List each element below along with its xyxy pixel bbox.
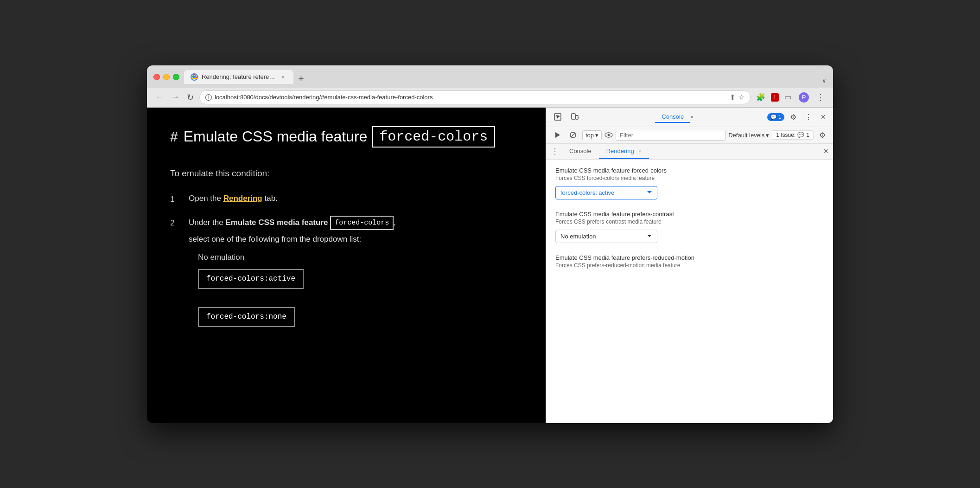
chat-icon: 💬: [770, 114, 777, 120]
devtools-panel: Console » 💬 1 ⚙ ⋮ ×: [546, 108, 833, 423]
page-title: Emulate CSS media feature forced-colors: [184, 126, 496, 148]
new-tab-button[interactable]: +: [294, 74, 308, 84]
page-body: To emulate this condition: 1 Open the Re…: [170, 166, 522, 332]
step2-text-after: ,: [394, 218, 396, 227]
levels-label: Default levels: [728, 132, 764, 139]
profile-avatar: P: [799, 92, 809, 103]
title-bar-top: Rendering: feature reference - × + ∨: [153, 70, 827, 84]
forced-colors-section: Emulate CSS media feature forced-colors …: [555, 167, 824, 199]
profile-btn[interactable]: P: [797, 90, 811, 104]
tabs-row: Rendering: feature reference - × + ∨: [184, 70, 827, 84]
traffic-light-yellow[interactable]: [163, 74, 170, 80]
drawer-close-btn[interactable]: ×: [823, 147, 828, 156]
rendering-tab-close-btn[interactable]: ×: [638, 148, 641, 154]
rendering-panel-content: Emulate CSS media feature forced-colors …: [546, 160, 833, 423]
drawer-dots-btn[interactable]: ⋮: [551, 146, 559, 156]
step-number-2: 2: [170, 217, 178, 230]
chat-icon-small: 💬: [797, 132, 804, 138]
reload-button[interactable]: ↻: [185, 91, 196, 103]
devtools-toolbar: Console » 💬 1 ⚙ ⋮ ×: [546, 108, 833, 127]
instructions-title: To emulate this condition:: [170, 166, 522, 181]
extensions-icon-btn[interactable]: 🧩: [754, 91, 767, 103]
devtools-settings-btn[interactable]: ⚙: [787, 111, 799, 123]
inspect-icon: [554, 113, 562, 121]
tab-expand-btn[interactable]: ∨: [822, 77, 827, 84]
step2-bold: Emulate CSS media feature: [225, 218, 330, 227]
tab-close-btn[interactable]: ×: [280, 73, 287, 81]
traffic-lights: [153, 74, 179, 80]
issues-count: 1: [806, 132, 809, 138]
rendering-link-text: Rendering: [223, 194, 262, 203]
devtools-more-btn[interactable]: ⋮: [802, 111, 815, 123]
devtools-close-btn[interactable]: ×: [818, 110, 828, 124]
browser-menu-btn[interactable]: ⋮: [815, 90, 827, 104]
prefers-reduced-motion-title: Emulate CSS media feature prefers-reduce…: [555, 254, 824, 261]
svg-rect-4: [576, 116, 578, 119]
star-icon[interactable]: ☆: [738, 93, 745, 102]
step2-no-emulation: No emulation: [198, 251, 396, 264]
traffic-light-green[interactable]: [173, 74, 179, 80]
dropdown-item-none: forced-colors:none: [198, 307, 295, 327]
prefers-contrast-select[interactable]: No emulation prefers-contrast: forced pr…: [555, 230, 657, 243]
clear-console-btn[interactable]: [551, 129, 564, 141]
address-bar: ← → ↻ i localhost:8080/docs/devtools/ren…: [147, 88, 833, 108]
console-clear-btn[interactable]: [566, 129, 579, 141]
share-icon[interactable]: ⬆: [730, 93, 736, 102]
eye-icon: [605, 132, 613, 138]
step2-subtext: select one of the following from the dro…: [189, 233, 396, 246]
dt-badge-count: 1: [778, 114, 781, 120]
console-toolbar: top ▾ Default levels ▾ 1 Issue: 💬 1 ⚙: [546, 127, 833, 144]
back-button[interactable]: ←: [153, 91, 165, 103]
forced-colors-select[interactable]: forced-colors: active No emulation force…: [555, 186, 657, 199]
svg-rect-3: [572, 114, 575, 119]
block-icon: [569, 131, 577, 139]
devtools-tabs-more[interactable]: »: [690, 114, 694, 120]
rendering-tab-link[interactable]: Rendering: [223, 194, 262, 203]
info-icon: i: [205, 94, 212, 101]
console-eye-btn[interactable]: [605, 132, 613, 138]
dt-messages-badge: 💬 1: [767, 113, 784, 121]
address-bar-input-wrap[interactable]: i localhost:8080/docs/devtools/rendering…: [199, 90, 751, 104]
page-content: # Emulate CSS media feature forced-color…: [147, 108, 546, 423]
address-text: localhost:8080/docs/devtools/rendering/#…: [215, 94, 724, 101]
prefers-contrast-title: Emulate CSS media feature prefers-contra…: [555, 211, 824, 218]
heading-prefix: Emulate CSS media feature: [184, 128, 368, 145]
inspect-element-btn[interactable]: [551, 111, 565, 123]
play-icon: [554, 131, 561, 139]
issues-badge[interactable]: 1 Issue: 💬 1: [772, 130, 814, 140]
step1-text-after: tab.: [262, 194, 278, 203]
step-number-1: 1: [170, 193, 178, 206]
lit-extension-btn[interactable]: L: [771, 93, 779, 102]
drawer-tab-console[interactable]: Console: [562, 144, 599, 159]
forced-colors-title: Emulate CSS media feature forced-colors: [555, 167, 824, 174]
context-chevron: ▾: [595, 132, 598, 139]
svg-marker-5: [555, 132, 560, 138]
title-bar: Rendering: feature reference - × + ∨: [147, 65, 833, 88]
hash-icon: #: [170, 129, 178, 145]
issues-label: 1 Issue:: [776, 132, 795, 138]
instruction-item-1: 1 Open the Rendering tab.: [170, 192, 522, 206]
prefers-reduced-motion-section: Emulate CSS media feature prefers-reduce…: [555, 254, 824, 269]
tab-title: Rendering: feature reference -: [202, 73, 276, 80]
default-levels-btn[interactable]: Default levels ▾: [728, 132, 769, 139]
step-content-2: Under the Emulate CSS media feature forc…: [189, 216, 396, 332]
forward-button[interactable]: →: [169, 91, 181, 103]
console-filter-input[interactable]: [616, 130, 725, 141]
levels-chevron: ▾: [766, 132, 769, 139]
heading-code: forced-colors: [372, 126, 495, 148]
step1-text-before: Open the: [189, 194, 223, 203]
devtools-tab-console[interactable]: Console: [655, 111, 690, 123]
device-toggle-btn[interactable]: [567, 111, 581, 123]
address-icons: ⬆ ☆: [730, 93, 745, 102]
window-toggle-btn[interactable]: ▭: [783, 91, 793, 103]
context-selector[interactable]: top ▾: [582, 130, 602, 140]
drawer-tab-rendering[interactable]: Rendering ×: [599, 144, 649, 159]
instruction-list: 1 Open the Rendering tab. 2 Under the Em…: [170, 192, 522, 332]
console-settings-btn[interactable]: ⚙: [816, 129, 828, 141]
step-content-1: Open the Rendering tab.: [189, 192, 278, 205]
traffic-light-red[interactable]: [153, 74, 160, 80]
context-label: top: [585, 132, 594, 139]
active-tab[interactable]: Rendering: feature reference - ×: [184, 70, 293, 84]
forced-colors-desc: Forces CSS forced-colors media feature: [555, 175, 824, 181]
svg-point-9: [608, 134, 610, 136]
